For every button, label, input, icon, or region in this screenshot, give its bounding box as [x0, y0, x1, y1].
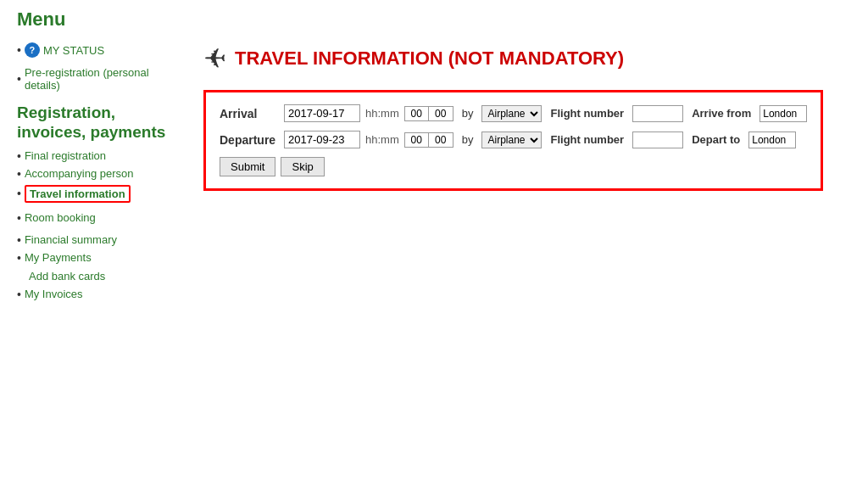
my-status-icon: ? — [25, 42, 40, 58]
form-buttons: Submit Skip — [220, 157, 807, 176]
sidebar-item-room-booking[interactable]: Room booking — [25, 211, 96, 224]
arrival-city-input[interactable] — [760, 105, 807, 122]
airplane-icon: ✈ — [203, 42, 226, 75]
departure-min-input[interactable] — [429, 133, 453, 147]
depart-to-label: Depart to — [692, 133, 740, 146]
sidebar-item-pre-registration[interactable]: Pre-registration (personal details) — [25, 66, 186, 92]
sidebar-item-add-bank-cards[interactable]: Add bank cards — [29, 270, 105, 283]
page-title: TRAVEL INFORMATION (NOT MANDATORY) — [235, 48, 624, 70]
departure-transport-select[interactable]: Airplane Train Bus Car — [481, 131, 542, 148]
submit-button[interactable]: Submit — [220, 157, 275, 176]
travel-form-box: Arrival hh:mm by Airplane Train Bus Car … — [203, 90, 823, 191]
arrival-flight-number-label: Flight number — [550, 107, 624, 120]
departure-date-input[interactable] — [284, 131, 360, 148]
main-content: ✈ TRAVEL INFORMATION (NOT MANDATORY) Arr… — [203, 42, 851, 305]
arrival-row: Arrival hh:mm by Airplane Train Bus Car … — [220, 104, 807, 122]
arrival-time-group — [404, 106, 453, 121]
page-header: ✈ TRAVEL INFORMATION (NOT MANDATORY) — [203, 42, 851, 75]
departure-city-input[interactable] — [748, 131, 796, 148]
arrival-label: Arrival — [220, 107, 279, 120]
sidebar-item-financial-summary[interactable]: Financial summary — [25, 233, 117, 246]
departure-flight-number-label: Flight number — [550, 133, 624, 146]
sidebar-item-my-status[interactable]: MY STATUS — [43, 44, 104, 57]
sidebar-item-my-invoices[interactable]: My Invoices — [25, 288, 83, 300]
sidebar-section-header: Registration, invoices, payments — [17, 104, 186, 143]
departure-row: Departure hh:mm by Airplane Train Bus Ca… — [220, 131, 807, 148]
arrival-by-label: by — [462, 107, 474, 120]
skip-button[interactable]: Skip — [281, 157, 324, 176]
departure-by-label: by — [462, 133, 474, 146]
sidebar-item-final-registration[interactable]: Final registration — [25, 149, 106, 162]
departure-label: Departure — [220, 133, 279, 147]
sidebar-item-my-payments[interactable]: My Payments — [25, 251, 92, 264]
arrival-hour-input[interactable] — [405, 107, 429, 120]
departure-flight-number-input[interactable] — [632, 131, 683, 148]
departure-hour-input[interactable] — [405, 133, 429, 147]
arrival-date-input[interactable] — [284, 104, 360, 122]
arrival-flight-number-input[interactable] — [632, 105, 683, 122]
departure-hhmm-label: hh:mm — [365, 133, 399, 146]
sidebar-item-accompanying-person[interactable]: Accompanying person — [25, 167, 134, 180]
menu-title: Menu — [17, 8, 851, 31]
sidebar-item-travel-information[interactable]: Travel information — [25, 185, 131, 203]
arrival-transport-select[interactable]: Airplane Train Bus Car — [481, 105, 542, 122]
arrival-min-input[interactable] — [429, 107, 453, 120]
departure-time-group — [404, 132, 453, 148]
arrival-hhmm-label: hh:mm — [365, 107, 399, 120]
sidebar: ? MY STATUS Pre-registration (personal d… — [17, 42, 186, 305]
arrive-from-label: Arrive from — [692, 107, 751, 120]
